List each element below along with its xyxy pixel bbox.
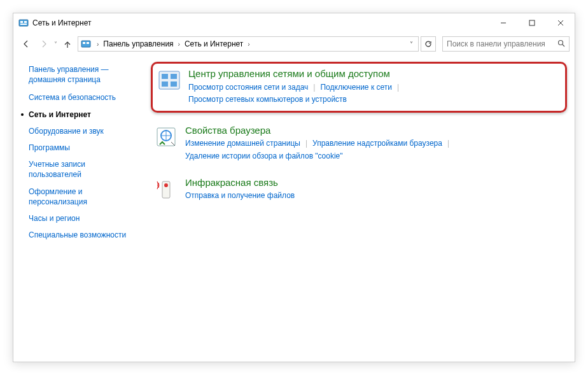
search-input[interactable]: Поиск в панели управления [442,36,570,52]
window-controls [489,13,575,32]
svg-rect-16 [171,74,177,79]
category-links: Изменение домашней страницы|Управление н… [185,138,564,162]
svg-rect-17 [162,81,168,87]
category-link[interactable]: Управление надстройками браузера [312,138,442,150]
close-button[interactable] [546,13,575,32]
address-seg-1[interactable]: Панель управления [102,39,174,48]
category-body: Инфракрасная связьОтправка и получение ф… [185,176,564,202]
category-link[interactable]: Просмотр сетевых компьютеров и устройств [188,94,347,106]
svg-rect-10 [83,42,85,44]
sidebar-item[interactable]: Часы и регион [29,213,139,223]
forward-button[interactable] [36,36,52,52]
category-title[interactable]: Инфракрасная связь [185,176,564,189]
sidebar-item[interactable]: Специальные возможности [29,230,139,240]
main-panel: Центр управления сетями и общим доступом… [142,62,567,357]
address-chevron[interactable]: › [95,41,101,48]
address-bar[interactable]: › Панель управления › Сеть и Интернет › … [78,36,419,52]
link-separator: | [392,81,404,94]
svg-rect-18 [171,81,177,87]
category-body: Центр управления сетями и общим доступом… [188,67,559,106]
category-link[interactable]: Отправка и получение файлов [185,190,295,202]
sidebar: Панель управления — домашняя страница Си… [21,62,142,357]
svg-rect-11 [87,42,89,44]
search-icon [557,39,565,49]
svg-rect-1 [20,21,23,23]
window-title: Сеть и Интернет [32,18,91,27]
category-title[interactable]: Свойства браузера [185,124,564,137]
link-separator: | [308,81,320,94]
category-title[interactable]: Центр управления сетями и общим доступом [188,67,559,80]
titlebar: Сеть и Интернет [13,13,575,32]
content-area: Панель управления — домашняя страница Си… [13,55,575,362]
category-link[interactable]: Удаление истории обзора и файлов "cookie… [185,150,343,162]
svg-point-12 [559,40,563,45]
navigation-bar: ˅ › Панель управления › Сеть и Интернет … [13,32,575,55]
category-links: Просмотр состояния сети и задач|Подключе… [188,81,559,106]
category: Свойства браузераИзменение домашней стра… [151,122,567,165]
app-icon [18,18,29,28]
category-links: Отправка и получение файлов [185,190,564,202]
sidebar-home-link[interactable]: Панель управления — домашняя страница [29,64,139,85]
network-icon [157,67,182,93]
refresh-button[interactable] [421,36,436,52]
maximize-button[interactable] [517,13,546,32]
sidebar-item[interactable]: Оборудование и звук [29,126,139,136]
category-link[interactable]: Подключение к сети [320,81,391,94]
svg-line-13 [563,45,564,46]
link-separator: | [442,138,454,150]
link-separator: | [300,138,312,150]
category-link[interactable]: Просмотр состояния сети и задач [188,81,308,94]
category: Центр управления сетями и общим доступом… [151,62,567,113]
sidebar-item[interactable]: Учетные записи пользователей [29,159,139,180]
address-seg-2[interactable]: Сеть и Интернет [183,39,244,48]
sidebar-item[interactable]: Система и безопасность [29,92,139,103]
svg-rect-3 [20,24,27,25]
svg-rect-2 [24,21,27,23]
sidebar-item[interactable]: Оформление и персонализация [29,187,139,207]
recent-dropdown[interactable]: ˅ [54,41,57,48]
address-dropdown[interactable]: ˅ [407,41,416,48]
address-icon [81,39,91,49]
minimize-button[interactable] [489,13,517,32]
address-chevron[interactable]: › [246,41,251,48]
category-body: Свойства браузераИзменение домашней стра… [185,124,564,162]
control-panel-window: Сеть и Интернет ˅ › [13,13,575,362]
category: Инфракрасная связьОтправка и получение ф… [151,174,567,205]
back-button[interactable] [18,36,34,52]
infrared-icon [153,176,179,202]
category-link[interactable]: Изменение домашней страницы [185,138,300,150]
up-button[interactable] [60,36,75,52]
address-chevron[interactable]: › [176,41,182,48]
search-placeholder: Поиск в панели управления [447,39,545,48]
browser-icon [153,124,179,150]
svg-rect-5 [529,20,535,25]
sidebar-item[interactable]: Программы [29,143,139,153]
svg-point-22 [164,183,168,187]
svg-rect-15 [162,74,168,79]
sidebar-item[interactable]: Сеть и Интернет [29,110,139,120]
